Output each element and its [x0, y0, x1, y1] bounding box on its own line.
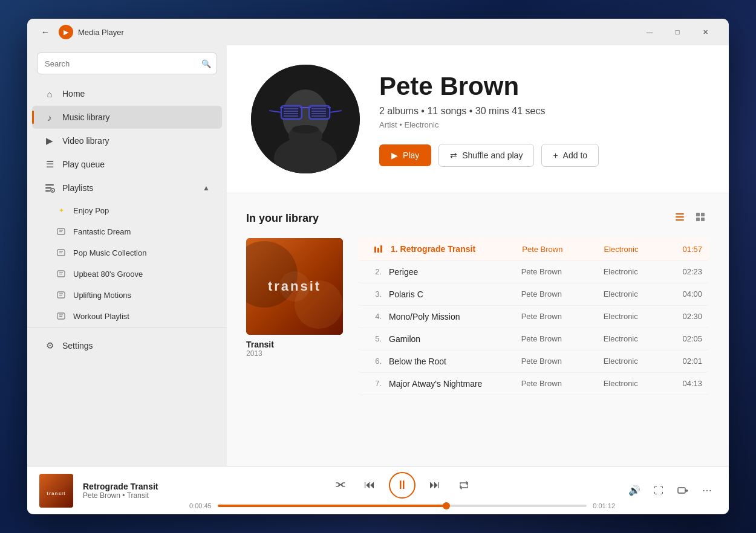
table-row[interactable]: 5. Gamilon Pete Brown Electronic 02:05	[357, 328, 709, 350]
add-to-button[interactable]: + Add to	[541, 144, 599, 167]
player-extras: 🔊 ⛶ ⋯	[625, 481, 717, 500]
titlebar: ← ▶ Media Player — □ ✕	[27, 19, 729, 45]
previous-button[interactable]: ⏮	[360, 476, 379, 495]
pause-button[interactable]: ⏸	[389, 472, 415, 499]
back-button[interactable]: ←	[37, 24, 54, 40]
pause-icon: ⏸	[396, 478, 408, 492]
sidebar-item-music-library[interactable]: ♪ Music library	[32, 106, 222, 129]
list-view-button[interactable]	[671, 208, 689, 228]
svg-rect-46	[696, 218, 700, 221]
music-icon: ♪	[44, 112, 55, 123]
sidebar-item-fantastic-dream-label: Fantastic Dream	[73, 227, 131, 236]
app-window: ← ▶ Media Player — □ ✕ 🔍 ⌂ Home ♪	[27, 19, 729, 514]
track-duration: 02:05	[673, 334, 702, 343]
more-options-icon: ⋯	[702, 485, 712, 496]
settings-section: ⚙ Settings	[27, 327, 227, 364]
sidebar-item-settings[interactable]: ⚙ Settings	[32, 334, 222, 357]
playlist-item-icon-5	[56, 290, 66, 300]
current-time: 0:00:45	[189, 502, 212, 509]
player-buttons: ⏮ ⏸ ⏭	[331, 472, 474, 499]
repeat-icon	[458, 480, 469, 491]
track-genre: Electronic	[604, 379, 666, 388]
now-playing-thumbnail: transit	[39, 474, 73, 508]
playlist-icon	[44, 183, 55, 193]
track-genre: Electronic	[604, 245, 666, 254]
playlist-item-icon-6	[56, 311, 66, 321]
playlists-section-header[interactable]: Playlists ▲	[32, 176, 222, 199]
cast-icon	[677, 485, 688, 496]
album-art-text: Transit	[268, 279, 321, 294]
sidebar-nav: ⌂ Home ♪ Music library ▶ Video library ☰…	[27, 82, 227, 466]
track-num: 7.	[365, 379, 382, 388]
sidebar-item-upbeat-label: Upbeat 80's Groove	[73, 270, 143, 279]
settings-icon: ⚙	[44, 340, 55, 351]
svg-rect-52	[374, 247, 376, 253]
progress-fill	[218, 505, 447, 507]
add-icon: +	[553, 150, 558, 160]
maximize-button[interactable]: □	[663, 22, 691, 42]
playlist-item-icon-2	[56, 227, 66, 236]
library-content: Transit Transit 2013	[246, 238, 709, 395]
search-input[interactable]	[37, 53, 217, 74]
search-icon: 🔍	[201, 59, 211, 68]
sidebar-item-upbeat[interactable]: Upbeat 80's Groove	[44, 263, 222, 284]
sidebar-item-enjoy-pop[interactable]: ✦ Enjoy Pop	[44, 200, 222, 221]
svg-rect-1	[45, 187, 51, 189]
track-name: Mono/Poly Mission	[389, 312, 514, 321]
progress-thumb	[443, 502, 450, 509]
now-playing-info: Retrograde Transit Pete Brown • Transit	[83, 482, 180, 500]
volume-button[interactable]: 🔊	[625, 481, 644, 500]
track-artist: Pete Brown	[522, 245, 596, 254]
track-artist: Pete Brown	[521, 312, 596, 321]
app-title: Media Player	[78, 28, 124, 37]
next-button[interactable]: ⏭	[425, 476, 445, 495]
track-num: 5.	[365, 334, 382, 343]
play-button[interactable]: ▶ Play	[379, 144, 431, 166]
track-genre: Electronic	[604, 357, 666, 366]
playlist-item-icon-4	[56, 269, 66, 279]
more-options-button[interactable]: ⋯	[697, 481, 717, 500]
table-row[interactable]: 4. Mono/Poly Mission Pete Brown Electron…	[357, 306, 709, 328]
track-genre: Electronic	[604, 289, 666, 299]
track-list: 1. Retrograde Transit Pete Brown Electro…	[357, 238, 709, 395]
table-row[interactable]: 6. Below the Root Pete Brown Electronic …	[357, 350, 709, 373]
shuffle-ctrl-button[interactable]	[331, 476, 350, 495]
playlists-header-label: Playlists	[62, 183, 195, 193]
fullscreen-button[interactable]: ⛶	[649, 481, 668, 500]
sidebar-item-video-library[interactable]: ▶ Video library	[32, 129, 222, 152]
sidebar-item-fantastic-dream[interactable]: Fantastic Dream	[44, 221, 222, 242]
track-duration: 02:23	[673, 267, 702, 276]
shuffle-button[interactable]: ⇄ Shuffle and play	[438, 144, 534, 167]
table-row[interactable]: 7. Major Atway's Nightmare Pete Brown El…	[357, 373, 709, 395]
minimize-button[interactable]: —	[636, 22, 663, 42]
track-num: 3.	[365, 289, 382, 299]
playlists-list: ✦ Enjoy Pop Fantastic Dream Pop Music	[27, 200, 227, 326]
player-controls: ⏮ ⏸ ⏭ 0:00:45	[189, 472, 615, 509]
volume-icon: 🔊	[628, 485, 640, 496]
table-row[interactable]: 1. Retrograde Transit Pete Brown Electro…	[357, 238, 709, 261]
app-logo: ▶	[59, 25, 73, 39]
video-icon: ▶	[44, 135, 55, 146]
track-name: Major Atway's Nightmare	[389, 379, 514, 389]
track-name: 1. Retrograde Transit	[391, 244, 515, 254]
track-name: Perigee	[389, 267, 514, 277]
track-genre: Electronic	[604, 334, 666, 343]
artist-actions: ▶ Play ⇄ Shuffle and play + Add to	[379, 144, 705, 167]
table-row[interactable]: 2. Perigee Pete Brown Electronic 02:23	[357, 261, 709, 283]
repeat-button[interactable]	[454, 476, 474, 495]
cast-button[interactable]	[673, 481, 692, 500]
sidebar-item-home-label: Home	[62, 89, 210, 99]
sidebar-item-pop-music[interactable]: Pop Music Collection	[44, 242, 222, 263]
progress-bar-wrapper: 0:00:45 0:01:12	[189, 502, 615, 509]
grid-view-button[interactable]	[691, 208, 709, 228]
sidebar-item-pop-music-label: Pop Music Collection	[73, 248, 146, 257]
table-row[interactable]: 3. Polaris C Pete Brown Electronic 04:00	[357, 283, 709, 306]
sidebar-item-workout[interactable]: Workout Playlist	[44, 306, 222, 326]
svg-rect-41	[676, 216, 684, 218]
sidebar-item-home[interactable]: ⌂ Home	[32, 82, 222, 105]
progress-track[interactable]	[218, 505, 587, 507]
sidebar-item-uplifting[interactable]: Uplifting Motions	[44, 285, 222, 305]
close-button[interactable]: ✕	[691, 22, 719, 42]
sidebar-item-play-queue[interactable]: ☰ Play queue	[32, 153, 222, 176]
sidebar-item-workout-label: Workout Playlist	[73, 312, 129, 321]
